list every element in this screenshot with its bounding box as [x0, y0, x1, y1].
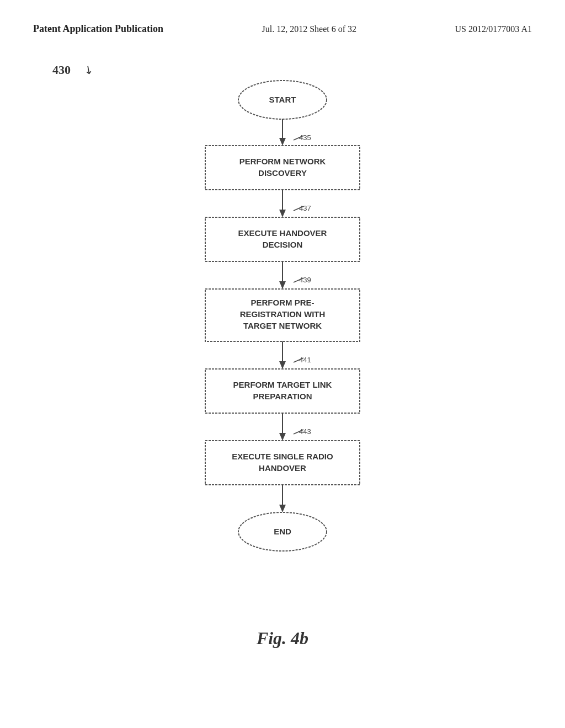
ref-435: 435	[299, 133, 311, 142]
fig-caption: Fig. 4b	[257, 628, 308, 649]
figure-number-arrow: ↘	[81, 61, 97, 77]
svg-marker-13	[279, 433, 286, 441]
ref-437: 437	[299, 204, 311, 212]
node-441-text2: PREPARATION	[253, 392, 312, 401]
flowchart-svg: .node-rect { fill: none; stroke: #555; s…	[117, 58, 448, 654]
node-443-text2: HANDOVER	[259, 463, 306, 473]
node-439-text2: REGISTRATION WITH	[240, 309, 326, 319]
end-label: END	[274, 527, 291, 536]
svg-marker-10	[279, 361, 286, 369]
header-right-label: US 2012/0177003 A1	[455, 22, 532, 36]
node-441-text1: PERFORM TARGET LINK	[233, 380, 332, 389]
node-441	[205, 369, 360, 413]
node-437-text2: DECISION	[263, 240, 303, 249]
ref-443: 443	[299, 427, 311, 436]
diagram-container: 430 ↘ .node-rect { fill: none; stroke: #…	[0, 47, 565, 682]
svg-marker-7	[279, 281, 286, 289]
figure-number-label: 430	[52, 63, 71, 77]
svg-marker-4	[279, 210, 286, 217]
node-437	[205, 217, 360, 261]
svg-marker-1	[279, 138, 286, 146]
node-437-text1: EXECUTE HANDOVER	[238, 228, 327, 238]
node-435	[205, 146, 360, 190]
node-443-text1: EXECUTE SINGLE RADIO	[232, 452, 333, 461]
node-443	[205, 441, 360, 485]
header-center-label: Jul. 12, 2012 Sheet 6 of 32	[262, 22, 356, 36]
start-label: START	[269, 95, 296, 104]
node-435-text2: DISCOVERY	[258, 168, 307, 178]
ref-441: 441	[299, 356, 311, 364]
svg-marker-16	[279, 505, 286, 512]
page-header: Patent Application Publication Jul. 12, …	[0, 0, 565, 47]
ref-439: 439	[299, 276, 311, 284]
header-left-label: Patent Application Publication	[33, 22, 163, 36]
node-435-text1: PERFORM NETWORK	[239, 157, 326, 166]
node-439-text3: TARGET NETWORK	[243, 321, 322, 330]
node-439-text1: PERFORM PRE-	[250, 298, 314, 307]
